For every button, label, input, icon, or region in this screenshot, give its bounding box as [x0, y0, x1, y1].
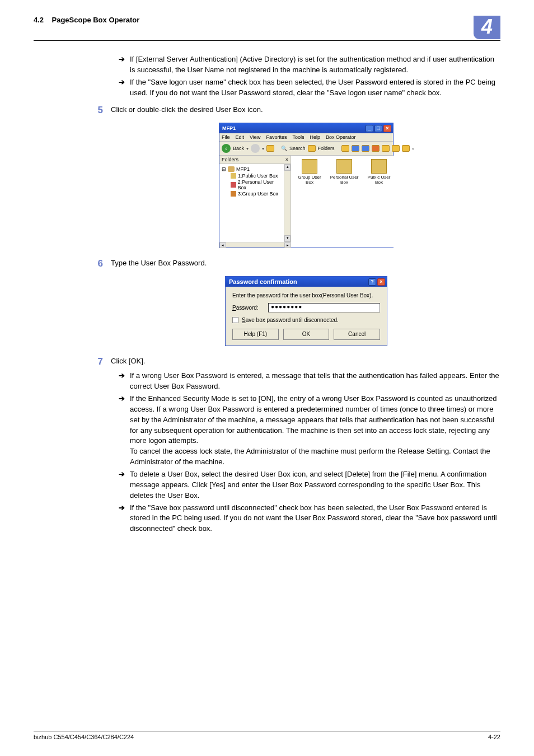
chevron-down-icon[interactable]: ▾: [262, 146, 264, 151]
password-row: Password: ●●●●●●●●: [232, 303, 380, 312]
arrow-icon: ➔: [119, 371, 130, 381]
password-label: Password:: [232, 305, 264, 311]
user-box-item[interactable]: Group User Box: [294, 159, 325, 185]
bullet-item: ➔ If a wrong User Box Password is entere…: [112, 371, 500, 392]
bullet-item: ➔ If the Enhanced Security Mode is set t…: [112, 394, 500, 468]
screenshot-1-wrap: MFP1 _ □ × File Edit View Favorites Tool…: [112, 123, 500, 248]
search-icon[interactable]: 🔍: [281, 146, 287, 151]
menu-help[interactable]: Help: [310, 134, 320, 140]
close-button[interactable]: ×: [383, 125, 391, 132]
close-button[interactable]: ×: [377, 278, 385, 286]
folders-button[interactable]: [308, 143, 316, 153]
close-pane-icon[interactable]: ×: [285, 157, 288, 162]
search-label: Search: [289, 146, 306, 151]
bullet-text: If the "Save box password until disconne…: [130, 503, 500, 535]
tree-item[interactable]: 2:Personal User Box: [231, 179, 282, 190]
box-icon: [231, 182, 236, 188]
bullet-text: If the Enhanced Security Mode is set to …: [130, 394, 500, 468]
tool-icon[interactable]: [341, 143, 349, 153]
menu-edit[interactable]: Edit: [236, 134, 245, 140]
menubar: File Edit View Favorites Tools Help Box …: [219, 133, 393, 142]
menu-tools[interactable]: Tools: [292, 134, 304, 140]
step-number: 5: [94, 105, 111, 116]
dialog-title: Password confirmation: [229, 278, 297, 285]
user-box-label: Public User Box: [364, 175, 394, 185]
back-button[interactable]: ‹: [222, 143, 231, 153]
arrow-icon: ➔: [119, 469, 130, 480]
sidebar: Folders × ⊟ MFP1 1:Pu: [219, 156, 291, 242]
scroll-up-button[interactable]: ▴: [284, 164, 291, 171]
step-7: 7 Click [OK].: [112, 356, 500, 367]
tree-item[interactable]: 1:Public User Box: [231, 173, 282, 179]
tool-icon[interactable]: [352, 143, 359, 153]
user-box-icon: [371, 159, 387, 174]
tree-root[interactable]: ⊟ MFP1: [222, 166, 282, 172]
chevron-down-icon[interactable]: ▾: [246, 146, 249, 151]
section-number: 4.2: [34, 16, 44, 24]
tool-icon[interactable]: [382, 143, 390, 153]
box-icon: [231, 191, 236, 197]
menu-box-operator[interactable]: Box Operator: [326, 134, 356, 140]
section-name: PageScope Box Operator: [52, 16, 140, 24]
password-dialog: Password confirmation ? × Enter the pass…: [225, 276, 387, 346]
user-box-icon: [336, 159, 352, 174]
tree-item-label: 3:Group User Box: [238, 191, 278, 197]
menu-file[interactable]: File: [222, 134, 230, 140]
up-button[interactable]: [266, 143, 274, 153]
window-title: MFP1: [222, 125, 236, 131]
menu-favorites[interactable]: Favorites: [266, 134, 287, 140]
expand-icon[interactable]: ⊟: [222, 166, 226, 172]
scroll-right-button[interactable]: ▸: [284, 242, 291, 248]
save-password-checkbox[interactable]: [232, 317, 238, 323]
dialog-titlebar: Password confirmation ? ×: [226, 277, 387, 287]
horizontal-scrollbar[interactable]: ◂ ▸: [219, 242, 291, 248]
tree-item[interactable]: 3:Group User Box: [231, 191, 282, 197]
user-box-item[interactable]: Public User Box: [364, 159, 394, 185]
page-footer: bizhub C554/C454/C364/C284/C224 4-22: [34, 731, 500, 740]
menu-view[interactable]: View: [250, 134, 260, 140]
help-f1-button[interactable]: Help (F1): [232, 329, 279, 340]
maximize-button[interactable]: □: [374, 125, 382, 132]
window-body: Folders × ⊟ MFP1 1:Pu: [219, 156, 393, 248]
box-icon: [231, 173, 236, 179]
screenshot-2-wrap: Password confirmation ? × Enter the pass…: [112, 276, 500, 346]
step-text: Click or double-click the desired User B…: [111, 105, 500, 115]
step-text: Click [OK].: [111, 356, 500, 367]
arrow-icon: ➔: [119, 503, 130, 514]
ok-button[interactable]: OK: [283, 329, 330, 340]
cancel-button[interactable]: Cancel: [334, 329, 380, 340]
arrow-icon: ➔: [119, 394, 130, 404]
bullet-text: To delete a User Box, select the desired…: [130, 469, 500, 501]
arrow-icon: ➔: [119, 77, 130, 88]
main-pane: Group User Box Personal User Box Public …: [291, 156, 397, 248]
scroll-down-button[interactable]: ▾: [284, 235, 291, 242]
tool-icon[interactable]: [402, 143, 410, 153]
user-box-item[interactable]: Personal User Box: [329, 159, 359, 185]
tool-icon[interactable]: [392, 143, 400, 153]
checkbox-label: Save box password until disconnected.: [242, 317, 339, 323]
toolbar-overflow-icon[interactable]: »: [412, 146, 414, 151]
minimize-button[interactable]: _: [366, 125, 373, 132]
user-box-icon: [302, 159, 317, 174]
tree-item-label: 2:Personal User Box: [238, 179, 282, 190]
step-6: 6 Type the User Box Password.: [112, 258, 500, 269]
tool-icon[interactable]: [362, 143, 369, 153]
arrow-icon: ➔: [119, 54, 130, 65]
scroll-left-button[interactable]: ◂: [219, 242, 226, 248]
bullet-text: If the "Save logon user name" check box …: [130, 77, 500, 99]
printer-icon: [228, 166, 235, 172]
help-button[interactable]: ?: [368, 278, 376, 286]
forward-button[interactable]: [251, 143, 260, 153]
folders-header-label: Folders: [222, 157, 238, 162]
password-input[interactable]: ●●●●●●●●: [268, 303, 380, 312]
window-titlebar: MFP1 _ □ ×: [219, 123, 393, 133]
checkbox-row: Save box password until disconnected.: [232, 317, 380, 323]
dialog-body: Enter the password for the user box(Pers…: [226, 287, 387, 346]
chapter-badge: 4: [474, 16, 500, 39]
step-5: 5 Click or double-click the desired User…: [112, 105, 500, 116]
vertical-scrollbar[interactable]: ▴ ▾: [284, 164, 291, 242]
dialog-controls: ? ×: [368, 278, 385, 286]
tool-icon[interactable]: [372, 143, 380, 153]
user-box-label: Group User Box: [294, 175, 325, 185]
step-text: Type the User Box Password.: [111, 258, 500, 269]
